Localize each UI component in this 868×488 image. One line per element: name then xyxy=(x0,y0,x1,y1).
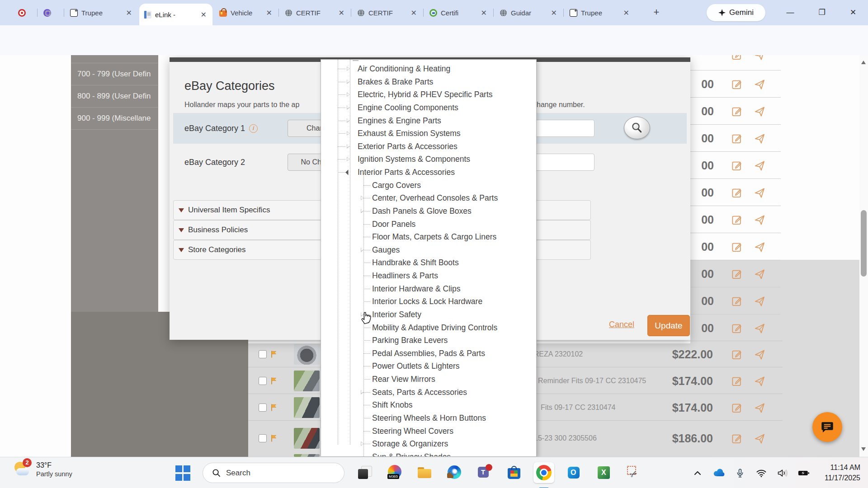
tree-item[interactable]: Steering Wheel Covers xyxy=(321,425,536,438)
wifi-icon[interactable] xyxy=(755,467,767,479)
expand-icon[interactable] xyxy=(361,248,364,252)
tree-item[interactable]: Power Outlets & Lighters xyxy=(321,360,536,373)
publish-listing-icon[interactable] xyxy=(754,402,766,414)
tree-item[interactable]: Storage & Organizers xyxy=(321,437,536,450)
tree-item[interactable]: Exterior Parts & Accessories xyxy=(321,140,536,153)
publish-listing-icon[interactable] xyxy=(754,322,766,334)
edit-listing-icon[interactable] xyxy=(731,55,743,61)
expand-icon[interactable] xyxy=(361,441,364,446)
close-tab-icon[interactable]: ✕ xyxy=(622,9,631,17)
chat-widget-button[interactable] xyxy=(812,412,842,442)
tree-item[interactable]: Door Panels xyxy=(321,218,536,231)
close-tab-icon[interactable]: ✕ xyxy=(410,9,418,17)
expand-icon[interactable] xyxy=(347,105,350,110)
listing-thumbnail[interactable] xyxy=(294,397,320,418)
snip-taskbar-button[interactable] xyxy=(623,462,644,483)
expand-icon[interactable] xyxy=(347,118,350,123)
tree-item[interactable]: Interior Safety xyxy=(321,308,536,321)
tree-item[interactable]: Interior Parts & Accessories xyxy=(321,166,536,179)
expand-icon[interactable] xyxy=(347,80,350,84)
expand-icon[interactable] xyxy=(361,390,364,394)
cancel-link[interactable]: Cancel xyxy=(609,320,634,329)
expand-icon[interactable] xyxy=(347,92,350,97)
edit-listing-icon[interactable] xyxy=(731,214,743,226)
publish-listing-icon[interactable] xyxy=(754,78,766,90)
publish-listing-icon[interactable] xyxy=(754,105,766,117)
new-tab-button[interactable]: + xyxy=(650,6,663,19)
chrome-taskbar-button[interactable] xyxy=(533,462,554,483)
tree-item[interactable]: Handbrake & Shift Boots xyxy=(321,256,536,269)
folder-taskbar-button[interactable] xyxy=(414,462,435,483)
edit-listing-icon[interactable] xyxy=(731,375,743,387)
tab-elink -[interactable]: eLink -✕ xyxy=(139,4,212,25)
expand-icon[interactable] xyxy=(347,131,350,136)
mic-icon[interactable] xyxy=(734,467,746,479)
edit-listing-icon[interactable] xyxy=(731,132,743,145)
tree-item[interactable]: Pedal Assemblies, Pads & Parts xyxy=(321,347,536,360)
restore-button[interactable]: ❐ xyxy=(815,6,829,19)
pinned-tab[interactable] xyxy=(14,0,29,25)
sidebar-item[interactable]: 800 - 899 (User Defin xyxy=(71,85,158,107)
tree-item[interactable]: Seats, Parts & Accessories xyxy=(321,386,536,399)
tab-trupee[interactable]: Trupee✕ xyxy=(565,0,635,25)
battery-icon[interactable] xyxy=(798,467,810,479)
tree-item[interactable]: Brakes & Brake Parts xyxy=(321,75,536,89)
page-scrollbar[interactable] xyxy=(859,55,868,457)
publish-listing-icon[interactable] xyxy=(754,55,766,61)
gemini-button[interactable]: Gemini xyxy=(707,4,765,21)
start-button[interactable] xyxy=(175,465,191,481)
scroll-up-icon[interactable] xyxy=(861,61,866,64)
tree-item[interactable]: Ignition Systems & Components xyxy=(321,153,536,166)
publish-listing-icon[interactable] xyxy=(754,432,766,445)
store-taskbar-button[interactable] xyxy=(504,462,524,483)
category-search-button[interactable] xyxy=(624,117,650,139)
tab-trupee[interactable]: Trupee✕ xyxy=(66,0,138,25)
publish-listing-icon[interactable] xyxy=(754,187,766,199)
listing-checkbox[interactable] xyxy=(259,377,267,385)
edit-listing-icon[interactable] xyxy=(731,187,743,199)
tree-item[interactable]: Headliners & Parts xyxy=(321,269,536,282)
tab-guidar[interactable]: Guidar✕ xyxy=(495,0,563,25)
tree-item[interactable]: Steering Wheels & Horn Buttons xyxy=(321,412,536,425)
sidebar-item[interactable]: 900 - 999 (Miscellane xyxy=(71,107,158,129)
outlook-taskbar-button[interactable] xyxy=(563,462,584,483)
chevron-up-icon[interactable] xyxy=(692,467,703,479)
taskbar-search[interactable]: Search xyxy=(203,463,344,483)
expand-icon[interactable] xyxy=(361,209,364,213)
publish-listing-icon[interactable] xyxy=(754,160,766,172)
close-tab-icon[interactable]: ✕ xyxy=(199,10,208,19)
publish-listing-icon[interactable] xyxy=(754,214,766,226)
onedrive-icon[interactable] xyxy=(713,467,725,479)
close-tab-icon[interactable]: ✕ xyxy=(550,9,558,17)
edge-taskbar-button[interactable] xyxy=(444,462,465,483)
update-button[interactable]: Update xyxy=(647,315,690,336)
m365-taskbar-button[interactable]: M365 xyxy=(384,462,405,483)
close-tab-icon[interactable]: ✕ xyxy=(265,9,274,17)
edit-listing-icon[interactable] xyxy=(731,295,743,307)
edit-listing-icon[interactable] xyxy=(731,160,743,172)
scrollbar-thumb[interactable] xyxy=(861,210,867,277)
edit-listing-icon[interactable] xyxy=(731,78,743,90)
tree-item[interactable]: Gauges xyxy=(321,244,536,257)
task-view-taskbar-button[interactable] xyxy=(354,462,375,483)
tree-item[interactable]: Center, Overhead Consoles & Parts xyxy=(321,192,536,205)
sidebar-item[interactable]: 700 - 799 (User Defin xyxy=(71,63,158,85)
publish-listing-icon[interactable] xyxy=(754,241,766,253)
tree-item[interactable]: Engine Cooling Components xyxy=(321,101,536,114)
tree-item[interactable]: Floor Mats, Carpets & Cargo Liners xyxy=(321,230,536,244)
weather-widget[interactable]: 2 33°F Partly sunny xyxy=(14,461,72,478)
listing-thumbnail[interactable] xyxy=(294,428,320,449)
publish-listing-icon[interactable] xyxy=(754,375,766,387)
edit-listing-icon[interactable] xyxy=(731,348,743,361)
edit-listing-icon[interactable] xyxy=(731,322,743,334)
close-window-button[interactable]: ✕ xyxy=(846,6,860,19)
volume-icon[interactable] xyxy=(777,467,788,479)
listing-checkbox[interactable] xyxy=(259,404,267,412)
pinned-tab[interactable] xyxy=(39,0,54,25)
tree-item[interactable]: Dash Panels & Glove Boxes xyxy=(321,205,536,218)
edit-listing-icon[interactable] xyxy=(731,402,743,414)
tab-certif[interactable]: CERTIF✕ xyxy=(353,0,423,25)
close-tab-icon[interactable]: ✕ xyxy=(125,9,133,17)
tab-certif[interactable]: CERTIF✕ xyxy=(280,0,350,25)
listing-thumbnail[interactable] xyxy=(294,344,320,365)
